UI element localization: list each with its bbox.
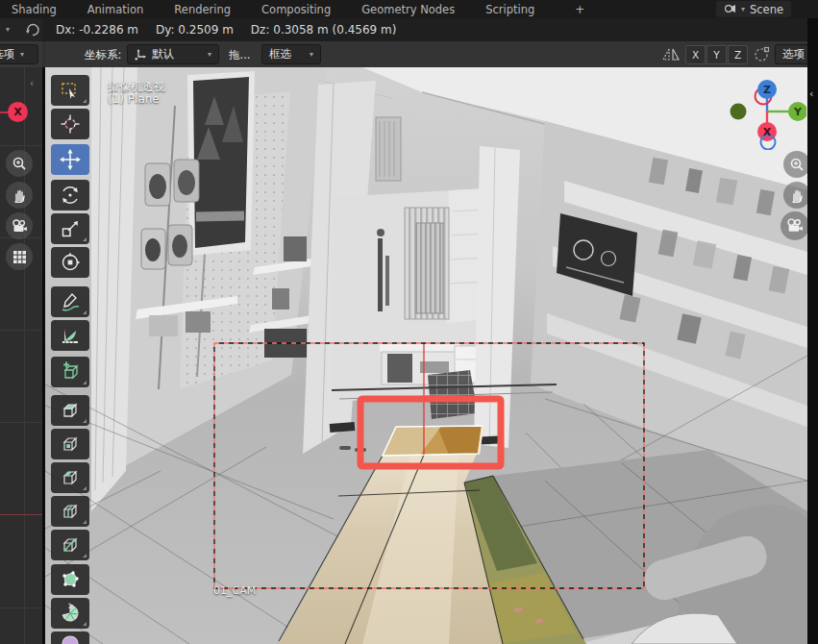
navigation-gizmo[interactable]: Z Y X xyxy=(728,75,806,150)
move-icon xyxy=(59,148,82,171)
gizmo-x-label: X xyxy=(763,126,772,138)
knife-icon xyxy=(60,534,81,556)
add-workspace-button[interactable]: + xyxy=(575,3,584,16)
select-mode-value: 框选 xyxy=(269,47,291,62)
scene-name: Scene xyxy=(750,3,783,16)
mirror-x-label: X xyxy=(692,49,699,61)
scale-icon xyxy=(60,218,81,239)
active-object-label: (1) Plane xyxy=(108,92,160,106)
workspace-tab-bar: Shading Animation Rendering Compositing … xyxy=(0,0,818,18)
mirror-icon[interactable] xyxy=(661,47,681,62)
loop-cut-icon xyxy=(60,501,81,522)
secondary-options-label: 选项 xyxy=(0,47,14,62)
mirror-z-label: Z xyxy=(734,49,741,61)
tool-spin-button[interactable] xyxy=(51,598,89,629)
extrude-icon xyxy=(60,400,81,421)
annotate-icon xyxy=(60,291,81,312)
sidebar-expand-icon[interactable]: ‹ xyxy=(809,87,813,100)
tool-scale-button[interactable] xyxy=(51,213,89,244)
chevron-down-icon: ▾ xyxy=(20,50,24,59)
select-mode-dropdown[interactable]: 框选 ▾ xyxy=(261,44,321,64)
pan-hand-icon[interactable] xyxy=(6,182,33,209)
tool-knife-button[interactable] xyxy=(51,530,89,560)
grid-line xyxy=(0,422,42,423)
smooth-icon xyxy=(60,632,81,644)
secondary-tool-settings: 选项 ▾ xyxy=(0,41,42,67)
orientation-dropdown[interactable]: 默认 ▾ xyxy=(127,44,219,64)
chevron-down-icon: ▾ xyxy=(741,5,745,13)
tool-bevel-button[interactable] xyxy=(51,462,89,493)
tab-compositing[interactable]: Compositing xyxy=(258,3,335,16)
tab-shading[interactable]: Shading xyxy=(8,3,61,16)
secondary-options-dropdown[interactable]: 选项 ▾ xyxy=(0,44,38,64)
secondary-viewport[interactable]: ▾ 选项 ▾ X ‹ xyxy=(0,18,42,644)
rotate-icon xyxy=(60,185,81,206)
bevel-icon xyxy=(60,467,81,488)
select-box-icon xyxy=(60,80,81,101)
zoom-icon[interactable] xyxy=(6,150,33,177)
sidebar-collapse-icon[interactable]: ‹ xyxy=(30,78,34,88)
inset-faces-icon xyxy=(60,433,81,455)
tool-loop-cut-button[interactable] xyxy=(51,496,89,527)
tool-poly-build-button[interactable] xyxy=(51,564,89,595)
tool-settings-bar: 坐标系: 默认 ▾ 拖... 框选 ▾ X Y Z 选项 ▾ xyxy=(42,41,807,67)
tool-smooth-button[interactable] xyxy=(51,632,89,644)
axes-icon xyxy=(135,49,146,61)
viewport-canvas[interactable]: 摄像机透视 (1) Plane 01_CAM xyxy=(45,67,807,644)
tool-move-button[interactable] xyxy=(51,144,89,175)
gizmo-y-label: Y xyxy=(793,106,803,118)
tool-measure-button[interactable] xyxy=(51,320,89,351)
tool-annotate-button[interactable] xyxy=(51,286,89,317)
tool-inset-faces-button[interactable] xyxy=(51,429,89,459)
grid-line xyxy=(0,607,42,608)
grid-line xyxy=(0,330,42,331)
orientation-value: 默认 xyxy=(152,47,174,62)
mirror-y-label: Y xyxy=(713,49,719,61)
camera-view-icon[interactable] xyxy=(781,211,809,240)
camera-name-label: 01_CAM xyxy=(213,584,256,597)
tab-animation[interactable]: Animation xyxy=(84,3,148,16)
x-axis-gizmo-ball[interactable]: X xyxy=(8,102,28,122)
proportional-editing-icon[interactable] xyxy=(754,46,770,62)
tool-cursor-button[interactable] xyxy=(51,109,89,139)
transform-dy: Dy: 0.2509 m xyxy=(156,23,234,37)
tool-add-cube-button[interactable] xyxy=(51,357,89,387)
collapsed-sidebar-strip[interactable]: ‹ xyxy=(807,18,818,644)
scene-render xyxy=(45,67,807,644)
measure-icon xyxy=(60,325,81,346)
orientation-icon[interactable] xyxy=(25,22,40,37)
tool-rotate-button[interactable] xyxy=(51,180,89,211)
chevron-down-icon: ▾ xyxy=(208,50,211,59)
tab-rendering[interactable]: Rendering xyxy=(170,3,235,16)
mirror-x-button[interactable]: X xyxy=(685,45,706,64)
perspective-toggle-icon[interactable] xyxy=(6,243,33,270)
mirror-z-button[interactable]: Z xyxy=(728,45,748,64)
transform-dz: Dz: 0.3058 m (0.4569 m) xyxy=(251,23,397,37)
tool-select-box-button[interactable] xyxy=(51,75,89,106)
zoom-icon[interactable] xyxy=(783,151,810,178)
scene-selector[interactable]: ▾ Scene xyxy=(716,1,791,17)
add-cube-icon xyxy=(60,361,81,383)
grid-line xyxy=(0,145,42,146)
blender-window: Shading Animation Rendering Compositing … xyxy=(0,0,818,644)
camera-view-icon[interactable] xyxy=(6,212,33,239)
gizmo-z-label: Z xyxy=(763,84,771,96)
transform-icon xyxy=(60,252,81,273)
tab-scripting[interactable]: Scripting xyxy=(482,3,538,16)
poly-build-icon xyxy=(60,569,81,590)
scene-icon xyxy=(724,4,736,14)
pan-hand-icon[interactable] xyxy=(783,182,810,209)
mirror-y-button[interactable]: Y xyxy=(706,45,727,64)
secondary-viewport-header: ▾ xyxy=(0,18,42,41)
x-axis-line xyxy=(0,514,42,515)
tool-transform-button[interactable] xyxy=(51,247,89,278)
tab-geometry-nodes[interactable]: Geometry Nodes xyxy=(358,3,459,16)
editor-type-chevron-icon[interactable]: ▾ xyxy=(6,25,10,34)
tool-extrude-button[interactable] xyxy=(51,395,89,426)
spin-icon xyxy=(60,603,81,624)
chevron-down-icon: ▾ xyxy=(310,50,313,59)
x-axis-gizmo-label: X xyxy=(13,106,21,118)
orientation-label: 坐标系: xyxy=(85,48,121,62)
selected-plane[interactable] xyxy=(383,426,483,456)
transform-dx: Dx: -0.2286 m xyxy=(56,23,138,37)
